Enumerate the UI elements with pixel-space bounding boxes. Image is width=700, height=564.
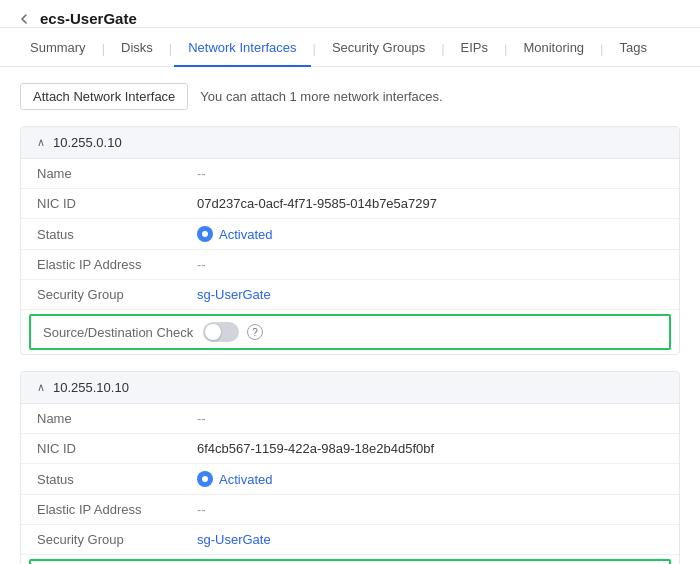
status-text-2: Activated (219, 472, 272, 487)
tab-network-interfaces[interactable]: Network Interfaces (174, 30, 310, 67)
field-elastic-ip-1: Elastic IP Address -- (21, 250, 679, 280)
nic-id-label-1: NIC ID (37, 196, 197, 211)
tab-bar: Summary | Disks | Network Interfaces | S… (0, 30, 700, 67)
tab-disks[interactable]: Disks (107, 30, 167, 67)
nic-card-2: ∧ 10.255.10.10 Name -- NIC ID 6f4cb567-1… (20, 371, 680, 564)
status-wrap-2: Activated (197, 471, 272, 487)
tab-security-groups[interactable]: Security Groups (318, 30, 439, 67)
toggle-wrap-1: ? (203, 322, 263, 342)
name-value-1: -- (197, 166, 206, 181)
nic-card-1: ∧ 10.255.0.10 Name -- NIC ID 07d237ca-0a… (20, 126, 680, 355)
security-group-label-2: Security Group (37, 532, 197, 547)
name-value-2: -- (197, 411, 206, 426)
nic-id-label-2: NIC ID (37, 441, 197, 456)
status-label-1: Status (37, 227, 197, 242)
attach-area: Attach Network Interface You can attach … (20, 83, 680, 110)
attach-network-interface-button[interactable]: Attach Network Interface (20, 83, 188, 110)
elastic-ip-value-2: -- (197, 502, 206, 517)
field-name-1: Name -- (21, 159, 679, 189)
page-title: ecs-UserGate (40, 10, 137, 27)
nic-id-value-2: 6f4cb567-1159-422a-98a9-18e2b4d5f0bf (197, 441, 434, 456)
nic-header-1: ∧ 10.255.0.10 (21, 127, 679, 159)
src-dst-label-1: Source/Destination Check (43, 325, 203, 340)
nic-ip-2: 10.255.10.10 (53, 380, 129, 395)
field-security-group-2: Security Group sg-UserGate (21, 525, 679, 555)
status-value-2: Activated (197, 471, 272, 487)
status-text-1: Activated (219, 227, 272, 242)
elastic-ip-label-2: Elastic IP Address (37, 502, 197, 517)
field-elastic-ip-2: Elastic IP Address -- (21, 495, 679, 525)
tab-monitoring[interactable]: Monitoring (509, 30, 598, 67)
status-wrap-1: Activated (197, 226, 272, 242)
src-dst-toggle-1[interactable] (203, 322, 239, 342)
elastic-ip-value-1: -- (197, 257, 206, 272)
page-header: ecs-UserGate (0, 0, 700, 28)
nic-id-value-1: 07d237ca-0acf-4f71-9585-014b7e5a7297 (197, 196, 437, 211)
tab-tags[interactable]: Tags (606, 30, 661, 67)
attach-hint: You can attach 1 more network interfaces… (200, 89, 442, 104)
help-icon-1[interactable]: ? (247, 324, 263, 340)
name-label-1: Name (37, 166, 197, 181)
status-value-1: Activated (197, 226, 272, 242)
field-status-1: Status Activated (21, 219, 679, 250)
name-label-2: Name (37, 411, 197, 426)
status-dot-1 (197, 226, 213, 242)
field-status-2: Status Activated (21, 464, 679, 495)
elastic-ip-label-1: Elastic IP Address (37, 257, 197, 272)
field-name-2: Name -- (21, 404, 679, 434)
main-content: Attach Network Interface You can attach … (0, 67, 700, 564)
tab-eips[interactable]: EIPs (447, 30, 502, 67)
src-dst-value-1: ? (203, 322, 263, 342)
back-button[interactable] (16, 11, 32, 27)
field-nic-id-2: NIC ID 6f4cb567-1159-422a-98a9-18e2b4d5f… (21, 434, 679, 464)
tab-summary[interactable]: Summary (16, 30, 100, 67)
nic-ip-1: 10.255.0.10 (53, 135, 122, 150)
security-group-label-1: Security Group (37, 287, 197, 302)
status-label-2: Status (37, 472, 197, 487)
security-group-value-1[interactable]: sg-UserGate (197, 287, 271, 302)
collapse-icon-2[interactable]: ∧ (37, 381, 45, 394)
field-nic-id-1: NIC ID 07d237ca-0acf-4f71-9585-014b7e5a7… (21, 189, 679, 219)
field-src-dst-check-2: Source/Destination Check ? (29, 559, 671, 564)
security-group-value-2[interactable]: sg-UserGate (197, 532, 271, 547)
nic-header-2: ∧ 10.255.10.10 (21, 372, 679, 404)
status-dot-2 (197, 471, 213, 487)
field-src-dst-check-1: Source/Destination Check ? (29, 314, 671, 350)
collapse-icon-1[interactable]: ∧ (37, 136, 45, 149)
field-security-group-1: Security Group sg-UserGate (21, 280, 679, 310)
